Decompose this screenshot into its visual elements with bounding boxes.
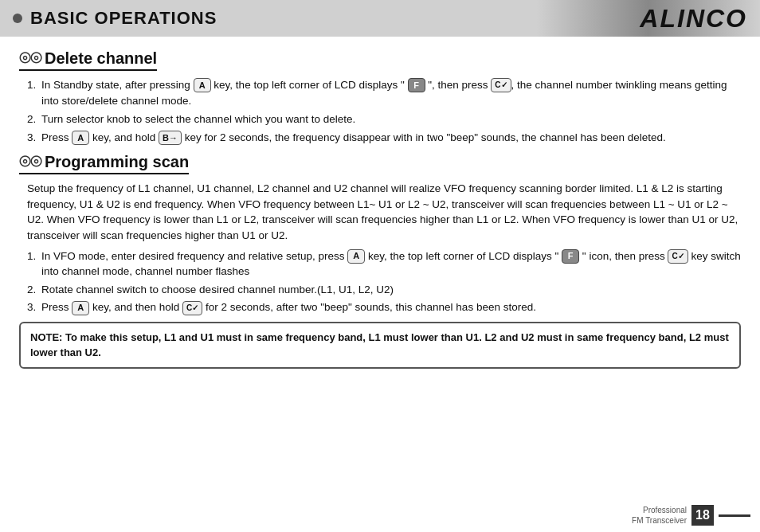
wave-icon-2: ⦾⦾ <box>19 154 41 170</box>
prog-text-1: In VFO mode, enter desired frequency and… <box>41 248 741 280</box>
key-f-1: F <box>408 78 425 92</box>
delete-item-1: 1. In Standby state, after pressing A ke… <box>27 77 741 108</box>
key-cv-3: C✓ <box>182 301 202 315</box>
footer-label: Professional FM Transceiver <box>632 505 687 526</box>
header-bullet <box>13 14 22 23</box>
key-a-3: A <box>347 249 365 264</box>
main-content: ⦾⦾ Delete channel 1. In Standby state, a… <box>0 37 760 383</box>
footer-label1: Professional <box>632 505 687 515</box>
note-box: NOTE: To make this setup, L1 and U1 must… <box>19 322 741 369</box>
delete-item-2: 2. Turn selector knob to select the chan… <box>27 111 741 127</box>
item-num-3: 3. <box>27 130 41 146</box>
item-num-2: 2. <box>27 111 41 127</box>
wave-icon: ⦾⦾ <box>19 50 41 67</box>
key-a-1: A <box>194 78 211 92</box>
item-text-2: Turn selector knob to select the channel… <box>41 111 741 127</box>
footer: Professional FM Transceiver 18 <box>632 505 750 526</box>
key-b-1: B→ <box>159 131 182 145</box>
programming-scan-title: Programming scan <box>45 153 189 171</box>
delete-item-3: 3. Press A key, and hold B→ key for 2 se… <box>27 130 741 146</box>
prog-text-3: Press A key, and then hold C✓ for 2 seco… <box>41 299 741 315</box>
key-a-4: A <box>72 301 89 315</box>
programming-scan-section: ⦾⦾ Programming scan Setup the frequency … <box>19 153 741 369</box>
footer-label2: FM Transceiver <box>632 515 687 526</box>
programming-scan-heading: ⦾⦾ Programming scan <box>19 153 189 174</box>
note-text: NOTE: To make this setup, L1 and U1 must… <box>30 331 729 359</box>
delete-channel-heading: ⦾⦾ Delete channel <box>19 49 157 71</box>
programming-scan-list: 1. In VFO mode, enter desired frequency … <box>27 248 741 315</box>
brand-logo: ALINCO <box>640 4 747 33</box>
prog-item-2: 2. Rotate channel switch to choose desir… <box>27 282 741 298</box>
header-bar: BASIC OPERATIONS ALINCO <box>0 0 760 37</box>
item-text-1: In Standby state, after pressing A key, … <box>41 77 741 108</box>
prog-num-1: 1. <box>27 248 41 280</box>
prog-text-2: Rotate channel switch to choose desired … <box>41 282 741 298</box>
prog-item-3: 3. Press A key, and then hold C✓ for 2 s… <box>27 299 741 315</box>
page-line <box>719 514 750 517</box>
header-title: BASIC OPERATIONS <box>30 8 217 29</box>
key-cv-1: C✓ <box>491 78 511 92</box>
key-cv-2: C✓ <box>668 249 688 264</box>
item-num-1: 1. <box>27 77 41 108</box>
delete-channel-list: 1. In Standby state, after pressing A ke… <box>27 77 741 145</box>
prog-num-2: 2. <box>27 282 41 298</box>
programming-scan-intro: Setup the frequency of L1 channel, U1 ch… <box>27 181 741 243</box>
delete-channel-section: ⦾⦾ Delete channel 1. In Standby state, a… <box>19 49 741 145</box>
delete-channel-title: Delete channel <box>45 49 157 68</box>
page-number: 18 <box>691 505 714 526</box>
key-f-2: F <box>562 249 579 264</box>
prog-num-3: 3. <box>27 299 41 315</box>
key-a-2: A <box>72 131 89 145</box>
prog-item-1: 1. In VFO mode, enter desired frequency … <box>27 248 741 280</box>
item-text-3: Press A key, and hold B→ key for 2 secon… <box>41 130 741 146</box>
